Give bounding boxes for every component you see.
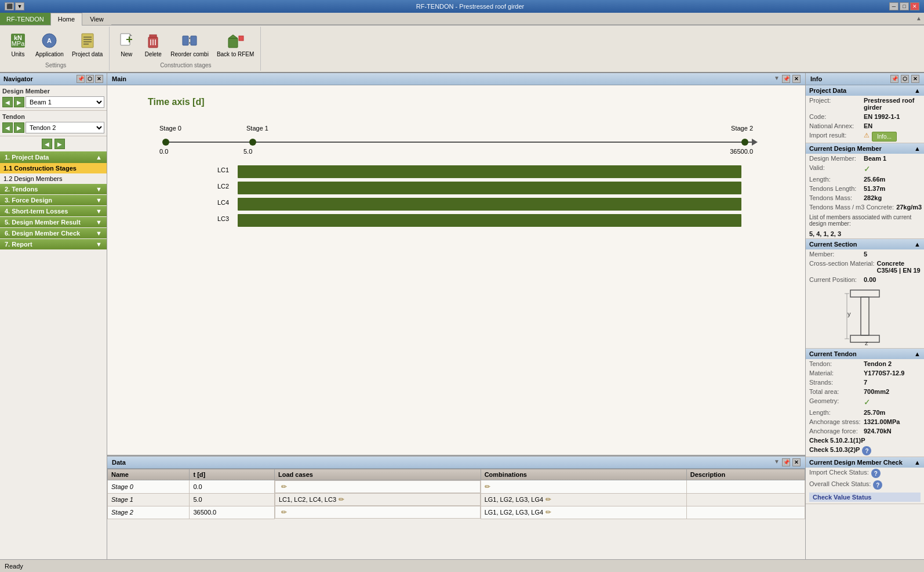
overall-check-icon[interactable]: ? — [873, 480, 882, 490]
project-data-btn[interactable]: Project data — [69, 30, 106, 59]
tab-view[interactable]: View — [82, 13, 111, 25]
nav-float-btn[interactable]: ⬡ — [86, 75, 94, 83]
project-data-section-header[interactable]: Project Data ▲ — [806, 85, 924, 96]
info-title: Info — [810, 75, 822, 82]
close-btn[interactable]: ✕ — [910, 2, 919, 10]
row0-t: 0.0 — [190, 480, 275, 494]
valid-row: Valid: ✓ — [806, 163, 924, 175]
check2-question-icon[interactable]: ? — [862, 446, 871, 455]
new-btn[interactable]: New — [114, 30, 139, 59]
maximize-btn[interactable]: □ — [900, 2, 909, 10]
units-btn[interactable]: kN MPa Units — [6, 30, 30, 59]
ct-strands-label: Strands: — [809, 379, 861, 386]
ribbon-collapse[interactable]: ▲ — [914, 13, 924, 25]
tendon-row: ◀ ▶ Tendon 2 — [2, 122, 104, 133]
current-member-header[interactable]: Current Design Member ▲ — [806, 143, 924, 154]
quick-access-btn2[interactable]: ▼ — [15, 2, 24, 10]
ct-material-label: Material: — [809, 370, 861, 376]
row1-combi-edit[interactable]: ✏ — [543, 495, 551, 504]
main-close[interactable]: ✕ — [792, 75, 801, 83]
member-next-btn[interactable]: ▶ — [14, 97, 24, 107]
tendons-mass-value: 282kg — [864, 194, 882, 201]
quick-access-btn[interactable]: ⬛ — [5, 2, 14, 10]
back-to-rfem-btn[interactable]: Back to RFEM — [214, 30, 257, 59]
reorder-btn[interactable]: Reorder combi — [168, 30, 212, 59]
current-tendon-header[interactable]: Current Tendon ▲ — [806, 349, 924, 359]
main-filter[interactable]: ▼ — [774, 75, 780, 83]
current-tendon-collapse: ▲ — [914, 350, 921, 357]
project-data-icon — [78, 31, 97, 50]
cs-material-row: Cross-section Material: Concrete C35/45 … — [806, 259, 924, 275]
row0-name: Stage 0 — [108, 480, 190, 494]
main-area: Main ▼ 📌 ✕ Time axis [d] Stage 0 St — [107, 73, 805, 456]
data-table-container[interactable]: Name t [d] Load cases Combinations Descr… — [107, 469, 805, 569]
svg-rect-25 — [861, 297, 869, 335]
code-value: EN 1992-1-1 — [864, 113, 900, 120]
tendon-select[interactable]: Tendon 2 — [26, 122, 104, 133]
check-value-status-container: Check Value Status — [806, 491, 924, 504]
application-btn[interactable]: A Application — [32, 30, 67, 59]
main-canvas: Time axis [d] Stage 0 Stage 1 Stage 2 — [107, 85, 805, 456]
data-pin[interactable]: 📌 — [782, 458, 790, 466]
ct-anc-force-label: Anchorage force: — [809, 428, 861, 435]
col-name: Name — [108, 469, 190, 480]
timeline-arrow — [752, 139, 758, 146]
overall-check-label: Overall Check Status: — [809, 480, 871, 490]
data-filter[interactable]: ▼ — [774, 458, 780, 466]
row0-desc — [686, 480, 805, 494]
row2-lc-edit[interactable]: ✏ — [281, 508, 287, 516]
member-prev-btn[interactable]: ◀ — [2, 97, 13, 107]
data-close[interactable]: ✕ — [792, 458, 801, 466]
info-pin[interactable]: 📌 — [890, 75, 898, 83]
length-label: Length: — [809, 176, 861, 183]
ct-check2: Check 5.10.3(2)P — [809, 446, 860, 455]
valid-label: Valid: — [809, 164, 861, 173]
col-description: Description — [686, 469, 805, 480]
svg-text:z: z — [865, 339, 868, 345]
nav-item-member-result[interactable]: 5. Design Member Result ▼ — [0, 217, 107, 227]
tendon-next-btn[interactable]: ▶ — [14, 122, 24, 133]
current-tendon-title: Current Tendon — [809, 350, 857, 357]
row2-name: Stage 2 — [108, 506, 190, 519]
dm-value: Beam 1 — [864, 155, 886, 162]
info-float[interactable]: ⬡ — [901, 75, 909, 83]
tendon-prev-btn[interactable]: ◀ — [2, 122, 13, 133]
col-t: t [d] — [190, 469, 275, 480]
nav-item-force-design[interactable]: 3. Force Design ▼ — [0, 195, 107, 205]
minimize-btn[interactable]: ─ — [889, 2, 898, 10]
row1-lc-edit[interactable]: ✏ — [339, 495, 344, 504]
cs-pos-value: 0.00 — [864, 276, 876, 283]
extra-prev-btn[interactable]: ◀ — [42, 139, 52, 149]
nav-item-design-members[interactable]: 1.2 Design Members — [0, 173, 107, 184]
ct-geom-row: Geometry: ✓ — [806, 396, 924, 408]
info-close[interactable]: ✕ — [911, 75, 919, 83]
svg-rect-24 — [850, 290, 879, 297]
info-btn[interactable]: Info... — [872, 132, 897, 142]
member-select[interactable]: Beam 1 — [26, 96, 104, 108]
current-section-header[interactable]: Current Section ▲ — [806, 239, 924, 249]
timeline-area: Time axis [d] Stage 0 Stage 1 Stage 2 — [107, 85, 805, 242]
row2-combi-edit[interactable]: ✏ — [543, 508, 551, 516]
import-check-icon[interactable]: ? — [871, 469, 881, 478]
nav-item-report[interactable]: 7. Report ▼ — [0, 239, 107, 249]
row1-combi: LG1, LG2, LG3, LG4 ✏ — [481, 493, 686, 506]
extra-next-btn[interactable]: ▶ — [54, 139, 65, 149]
nav-item-member-check[interactable]: 6. Design Member Check ▼ — [0, 228, 107, 238]
tab-rftendon[interactable]: RF-TENDON — [0, 13, 50, 25]
data-panel: Data ▼ 📌 ✕ Name t [d] Load cases — [107, 456, 805, 572]
nav-item-short-term[interactable]: 4. Short-term Losses ▼ — [0, 206, 107, 216]
nav-close-btn[interactable]: ✕ — [95, 75, 103, 83]
title-controls: ─ □ ✕ — [889, 2, 919, 10]
nav-item-project-data[interactable]: 1. Project Data ▲ — [0, 151, 107, 163]
nav-pin-btn[interactable]: 📌 — [77, 75, 85, 83]
row0-lc-edit[interactable]: ✏ — [281, 483, 287, 491]
delete-btn[interactable]: Delete — [141, 30, 165, 59]
settings-group: kN MPa Units A Applic — [2, 27, 110, 71]
main-pin[interactable]: 📌 — [782, 75, 790, 83]
tendons-length-value: 51.37m — [864, 185, 885, 192]
nav-item-tendons[interactable]: 2. Tendons ▼ — [0, 184, 107, 194]
nav-item-construction-stages[interactable]: 1.1 Construction Stages — [0, 163, 107, 173]
tab-home[interactable]: Home — [50, 13, 82, 26]
row0-combi-edit[interactable]: ✏ — [485, 483, 490, 491]
current-check-header[interactable]: Current Design Member Check ▲ — [806, 457, 924, 468]
